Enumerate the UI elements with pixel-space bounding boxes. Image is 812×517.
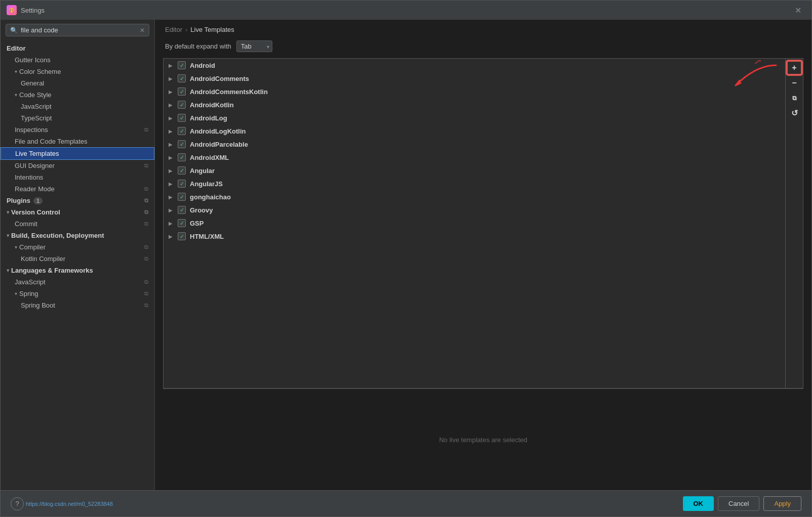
- template-group-row[interactable]: ▶ ✓ HTML/XML: [164, 230, 785, 243]
- ok-button[interactable]: OK: [683, 496, 714, 511]
- sidebar-list: Editor Gutter Icons ▾ Color Scheme Gener…: [1, 40, 154, 490]
- bottom-bar: ? https://blog.csdn.net/m0_52283848 OK C…: [1, 490, 811, 516]
- search-icon: 🔍: [10, 27, 18, 34]
- template-group-row[interactable]: ▶ ✓ Angular: [164, 164, 785, 177]
- close-button[interactable]: ✕: [791, 4, 805, 17]
- template-checkbox-htmlxml[interactable]: ✓: [178, 232, 186, 240]
- main-panel: Editor › Live Templates ↗ By default exp…: [155, 20, 811, 490]
- template-checkbox-androidcommentskotlin[interactable]: ✓: [178, 88, 186, 96]
- chevron-down-icon: ▾: [15, 244, 17, 250]
- template-group-row[interactable]: ▶ ✓ Android: [164, 59, 785, 72]
- reset-template-button[interactable]: ↺: [787, 106, 802, 120]
- template-group-row[interactable]: ▶ ✓ AndroidXML: [164, 151, 785, 164]
- sidebar-item-typescript[interactable]: TypeScript: [1, 112, 154, 124]
- apply-button[interactable]: Apply: [763, 496, 801, 511]
- template-checkbox-angularjs[interactable]: ✓: [178, 180, 186, 188]
- bottom-actions: OK Cancel Apply: [683, 496, 802, 511]
- sidebar-item-javascript[interactable]: JavaScript: [1, 101, 154, 112]
- minus-icon: −: [792, 79, 796, 87]
- template-group-row[interactable]: ▶ ✓ AndroidComments: [164, 72, 785, 85]
- sidebar-item-live-templates[interactable]: Live Templates: [1, 147, 154, 160]
- template-checkbox-gonghaichao[interactable]: ✓: [178, 193, 186, 201]
- sidebar-item-commit[interactable]: Commit ⧉: [1, 218, 154, 230]
- remove-template-button[interactable]: −: [787, 76, 802, 90]
- expand-select[interactable]: Tab Enter Space: [236, 40, 272, 52]
- main-inner: Editor › Live Templates ↗ By default exp…: [155, 20, 811, 490]
- template-area: ▶ ✓ Android ▶ ✓ AndroidComments ▶ ✓: [163, 58, 803, 389]
- chevron-right-icon: ▶: [169, 168, 175, 174]
- sidebar-item-gutter-icons[interactable]: Gutter Icons: [1, 54, 154, 66]
- copy-icon: ⧉: [792, 95, 797, 101]
- template-checkbox-androidcomments[interactable]: ✓: [178, 74, 186, 82]
- template-group-row[interactable]: ▶ ✓ AndroidCommentsKotlin: [164, 85, 785, 98]
- sidebar-item-reader-mode[interactable]: Reader Mode ⧉: [1, 183, 154, 195]
- expand-select-wrapper: Tab Enter Space ▾: [236, 40, 272, 52]
- chevron-right-icon: ▶: [169, 207, 175, 213]
- sidebar-item-code-style[interactable]: ▾ Code Style: [1, 89, 154, 101]
- copy-icon: ⧉: [144, 279, 148, 285]
- no-selection-area: No live templates are selected: [155, 389, 811, 490]
- sidebar-item-inspections[interactable]: Inspections ⧉: [1, 124, 154, 136]
- search-input[interactable]: [21, 26, 140, 34]
- sidebar-item-gui-designer[interactable]: GUI Designer ⧉: [1, 160, 154, 171]
- template-checkbox-android[interactable]: ✓: [178, 61, 186, 69]
- sidebar-section-plugins[interactable]: Plugins 1 ⧉: [1, 195, 154, 206]
- search-clear-button[interactable]: ✕: [140, 27, 145, 34]
- template-checkbox-androidlog[interactable]: ✓: [178, 114, 186, 122]
- copy-icon: ⧉: [144, 255, 148, 262]
- template-checkbox-gsp[interactable]: ✓: [178, 219, 186, 227]
- sidebar-item-spring-boot[interactable]: Spring Boot ⧉: [1, 299, 154, 311]
- template-checkbox-androidparcelable[interactable]: ✓: [178, 140, 186, 148]
- app-icon: 🎨: [7, 5, 17, 15]
- copy-icon: ⧉: [144, 221, 148, 227]
- window-title: Settings: [21, 7, 791, 14]
- help-button[interactable]: ?: [11, 497, 24, 510]
- template-group-row[interactable]: ▶ ✓ AngularJS: [164, 177, 785, 190]
- sidebar-section-version-control[interactable]: ▾ Version Control ⧉: [1, 206, 154, 218]
- template-checkbox-androidxml[interactable]: ✓: [178, 153, 186, 161]
- chevron-right-icon: ▶: [169, 194, 175, 200]
- sidebar-item-kotlin-compiler[interactable]: Kotlin Compiler ⧉: [1, 253, 154, 265]
- chevron-down-icon: ▾: [7, 233, 9, 238]
- copy-icon: ⧉: [144, 209, 148, 216]
- sidebar-section-build[interactable]: ▾ Build, Execution, Deployment: [1, 230, 154, 241]
- copy-icon: ⧉: [144, 302, 148, 309]
- sidebar-item-general[interactable]: General: [1, 77, 154, 89]
- chevron-right-icon: ▶: [169, 102, 175, 108]
- sidebar-item-compiler[interactable]: ▾ Compiler ⧉: [1, 241, 154, 253]
- sidebar-item-file-code-templates[interactable]: File and Code Templates: [1, 136, 154, 147]
- chevron-right-icon: ▶: [169, 221, 175, 226]
- sidebar-item-color-scheme[interactable]: ▾ Color Scheme: [1, 66, 154, 77]
- template-checkbox-groovy[interactable]: ✓: [178, 206, 186, 214]
- chevron-down-icon: ▾: [15, 69, 17, 74]
- chevron-right-icon: ▶: [169, 115, 175, 121]
- breadcrumb-parent: Editor: [165, 26, 182, 33]
- template-group-row[interactable]: ▶ ✓ AndroidParcelable: [164, 138, 785, 151]
- copy-icon: ⧉: [144, 162, 148, 169]
- copy-template-button[interactable]: ⧉: [787, 91, 802, 105]
- template-group-row[interactable]: ▶ ✓ AndroidLogKotlin: [164, 124, 785, 138]
- template-checkbox-androidlogkotlin[interactable]: ✓: [178, 127, 186, 135]
- chevron-right-icon: ▶: [169, 76, 175, 81]
- template-checkbox-androidkotlin[interactable]: ✓: [178, 101, 186, 109]
- sidebar-item-intentions[interactable]: Intentions: [1, 171, 154, 183]
- template-group-row[interactable]: ▶ ✓ gonghaichao: [164, 190, 785, 203]
- cancel-button[interactable]: Cancel: [718, 496, 759, 511]
- template-group-row[interactable]: ▶ ✓ AndroidLog: [164, 111, 785, 124]
- sidebar-item-javascript-lang[interactable]: JavaScript ⧉: [1, 276, 154, 288]
- add-template-button[interactable]: +: [787, 61, 802, 75]
- template-group-row[interactable]: ▶ ✓ AndroidKotlin: [164, 98, 785, 111]
- copy-icon: ⧉: [144, 290, 148, 297]
- expand-label: By default expand with: [165, 42, 231, 50]
- template-group-row[interactable]: ▶ ✓ Groovy: [164, 203, 785, 217]
- plus-icon: +: [792, 64, 796, 72]
- title-bar: 🎨 Settings ✕: [1, 1, 811, 20]
- no-selection-text: No live templates are selected: [439, 436, 527, 444]
- sidebar-section-languages[interactable]: ▾ Languages & Frameworks: [1, 265, 154, 276]
- chevron-right-icon: ▶: [169, 128, 175, 134]
- breadcrumb-separator: ›: [185, 26, 187, 33]
- sidebar-item-spring[interactable]: ▾ Spring ⧉: [1, 288, 154, 299]
- template-checkbox-angular[interactable]: ✓: [178, 166, 186, 175]
- settings-window: 🎨 Settings ✕ 🔍 ✕ Editor Gutter Icons: [0, 0, 812, 517]
- template-group-row[interactable]: ▶ ✓ GSP: [164, 217, 785, 230]
